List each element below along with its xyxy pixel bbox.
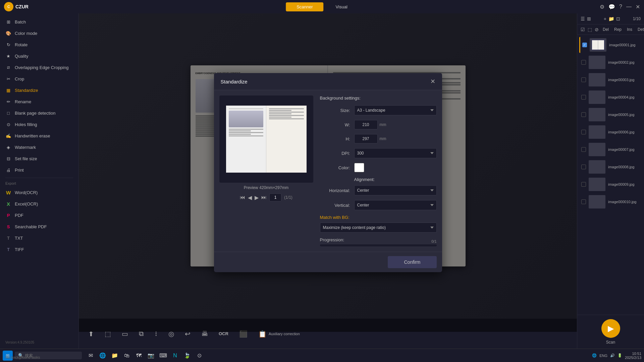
preview-first-btn[interactable]: ⏮ <box>240 194 245 200</box>
taskbar-app-cmd[interactable]: ⌨ <box>158 350 168 361</box>
list-view-icon[interactable]: ☰ <box>581 16 585 21</box>
confirm-button[interactable]: Confirm <box>388 256 436 268</box>
sidebar-item-crop[interactable]: ✂ Crop <box>0 73 78 84</box>
rep-btn[interactable]: Rep <box>613 26 623 33</box>
export-section-label: Export <box>0 180 78 187</box>
thumb-checkbox-5[interactable] <box>581 112 586 117</box>
dpi-select[interactable]: 72150200300400600 <box>354 148 437 158</box>
thumb-checkbox-10[interactable] <box>581 199 586 204</box>
thumb-checkbox-4[interactable] <box>581 95 586 100</box>
sidebar-label-tiff: TIFF <box>15 247 24 252</box>
scan-button[interactable]: ▶ <box>601 319 620 338</box>
page-number-input[interactable]: 1 <box>269 193 281 201</box>
add-icon[interactable]: + <box>604 16 606 21</box>
help-icon[interactable]: ? <box>619 4 622 10</box>
thumbnail-item-4[interactable]: image00004.jpg <box>579 89 642 105</box>
size-select[interactable]: A3 - LandscapeA4 - PortraitA4 - Landscap… <box>354 105 437 115</box>
modal-overlay[interactable]: Standardize ✕ <box>79 13 577 332</box>
color-swatch[interactable] <box>354 163 364 172</box>
details-btn[interactable]: Details <box>636 26 644 33</box>
sidebar-item-print[interactable]: 🖨 Print <box>0 164 78 176</box>
crop-icon: ✂ <box>5 76 11 82</box>
sidebar-item-txt[interactable]: T TXT <box>0 232 78 244</box>
width-input[interactable]: 210 <box>354 120 378 129</box>
select-mode-icon[interactable]: ⊘ <box>595 27 599 32</box>
pdf-icon: P <box>5 212 11 218</box>
sidebar-item-handwritten-erase[interactable]: ✍ Handwritten erase <box>0 130 78 141</box>
sidebar-item-overlapping-edge-cropping[interactable]: ⧄ Overlapping Edge Cropping <box>0 62 78 73</box>
expand-icon[interactable]: ⊡ <box>616 16 620 21</box>
thumb-checkbox-2[interactable] <box>581 60 586 65</box>
match-select[interactable]: Maximize (keep content page ratio)Fit Wi… <box>320 223 437 233</box>
sidebar-item-excel-ocr[interactable]: X Excel(OCR) <box>0 198 78 209</box>
ins-btn[interactable]: Ins <box>626 26 634 33</box>
taskbar-app-maps[interactable]: 🗺 <box>133 350 144 361</box>
sidebar-item-pdf[interactable]: P PDF <box>0 209 78 221</box>
sidebar-item-quality[interactable]: ★ Quality <box>0 50 78 62</box>
thumbnail-item-9[interactable]: image00009.jpg <box>579 176 642 192</box>
folder-icon[interactable]: 📁 <box>608 16 614 21</box>
thumb-checkbox-3[interactable] <box>581 77 586 82</box>
sidebar-label-pdf: PDF <box>15 213 23 218</box>
sidebar-item-rotate[interactable]: ↻ Rotate <box>0 39 78 50</box>
sidebar-item-standardize[interactable]: ▦ Standardize <box>0 84 78 96</box>
taskbar-app-circle[interactable]: ⊙ <box>194 350 205 361</box>
minimize-icon[interactable]: — <box>626 4 632 10</box>
horizontal-select[interactable]: LeftCenterRight <box>354 185 437 195</box>
thumbnail-item-7[interactable]: image00007.jpg <box>579 141 642 158</box>
thumbnail-item-10[interactable]: image000010.jpg <box>579 194 642 210</box>
height-input[interactable]: 297 <box>354 134 378 143</box>
taskbar-app-photo[interactable]: 📷 <box>146 350 156 361</box>
taskbar-app-mail[interactable]: ✉ <box>85 350 96 361</box>
sidebar-item-watermark[interactable]: ◈ Watermark <box>0 141 78 153</box>
modal-close-button[interactable]: ✕ <box>430 78 435 85</box>
preview-prev-btn[interactable]: ◀ <box>248 194 252 201</box>
thumbnail-item-6[interactable]: image00006.jpg <box>579 124 642 140</box>
taskbar: ⊞ 🔍 ✉ 🌐 📁 🛍 🗺 📷 ⌨ N 🍃 ⊙ 🌐 ENG 🔊 🔋 10:51 … <box>0 349 644 362</box>
thumb-checkbox-9[interactable] <box>581 182 586 187</box>
thumb-checkbox-1[interactable]: ✓ <box>582 43 587 47</box>
sidebar-item-tiff[interactable]: T TIFF <box>0 244 78 255</box>
sidebar-item-blank-page-detection[interactable]: □ Blank page detection <box>0 107 78 119</box>
sidebar-item-word-ocr[interactable]: W Word(OCR) <box>0 187 78 198</box>
thumbnail-item-2[interactable]: image00002.jpg <box>579 54 642 70</box>
select-all-icon[interactable]: ⬚ <box>588 27 592 32</box>
thumb-name-5: image00005.jpg <box>608 113 634 117</box>
sidebar-item-batch[interactable]: ⊞ Batch <box>0 16 78 27</box>
vertical-row: Vertical: TopCenterBottom <box>320 200 437 210</box>
tab-visual[interactable]: Visual <box>325 2 358 11</box>
taskbar-volume-icon[interactable]: 🔊 <box>610 353 615 358</box>
sidebar-item-holes-filling[interactable]: ⊙ Holes filling <box>0 119 78 130</box>
sidebar-item-rename[interactable]: ✏ Rename <box>0 96 78 107</box>
check-all-icon[interactable]: ☑ <box>581 27 585 32</box>
sidebar-item-set-file-size[interactable]: ⊟ Set file size <box>0 153 78 164</box>
thumbnail-item-1[interactable]: ✓ image00001.jpg <box>579 37 642 53</box>
close-icon[interactable]: ✕ <box>636 4 640 10</box>
taskbar-app-files[interactable]: 📁 <box>109 350 120 361</box>
progression-row: Progression: 0/1 <box>320 237 437 246</box>
sidebar-item-searchable-pdf[interactable]: S Searchable PDF <box>0 221 78 232</box>
del-btn[interactable]: Del <box>601 26 610 33</box>
svg-rect-2 <box>598 40 604 50</box>
vertical-select[interactable]: TopCenterBottom <box>354 200 437 210</box>
thumb-checkbox-7[interactable] <box>581 147 586 152</box>
sidebar-item-color-mode[interactable]: 🎨 Color mode <box>0 27 78 39</box>
taskbar-network-icon[interactable]: 🌐 <box>592 353 597 358</box>
thumbnail-item-3[interactable]: image00003.jpg <box>579 72 642 88</box>
chat-icon[interactable]: 💬 <box>608 4 615 10</box>
preview-last-btn[interactable]: ⏭ <box>261 194 267 200</box>
thumb-checkbox-8[interactable] <box>581 165 586 169</box>
taskbar-app-n[interactable]: N <box>170 350 180 361</box>
taskbar-app-edge[interactable]: 🌐 <box>97 350 108 361</box>
thumbnail-item-5[interactable]: image00005.jpg <box>579 107 642 123</box>
taskbar-app-store[interactable]: 🛍 <box>121 350 132 361</box>
taskbar-app-leaf[interactable]: 🍃 <box>182 350 193 361</box>
preview-play-btn[interactable]: ▶ <box>255 194 259 201</box>
tab-scanner[interactable]: Scanner <box>286 2 323 11</box>
grid-view-icon[interactable]: ⊞ <box>587 16 591 21</box>
thumbnail-item-8[interactable]: image00008.jpg <box>579 159 642 175</box>
rotate-icon: ↻ <box>5 42 11 48</box>
thumb-checkbox-6[interactable] <box>581 130 586 134</box>
progression-count: 0/1 <box>431 239 436 243</box>
settings-icon[interactable]: ⚙ <box>600 4 604 10</box>
